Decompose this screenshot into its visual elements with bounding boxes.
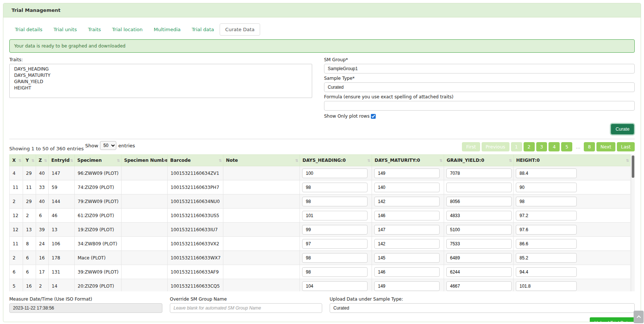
upload-button-row: Upload Trial Data [9,317,635,322]
trait-value-input[interactable] [516,239,577,249]
trait-value-input[interactable] [516,197,577,206]
formula-label: Formula (ensure you use exact spelling o… [324,94,635,99]
tab-curate-data[interactable]: Curate Data [220,23,260,36]
trait-value-input[interactable] [302,267,368,277]
trait-value-input[interactable] [374,267,440,277]
page-button-2[interactable]: 2 [524,142,535,151]
column-header-barcode[interactable]: Barcode⇅ [168,155,223,166]
column-header-height-0[interactable]: HEIGHT:0⇅ [514,155,631,166]
sm-group-input[interactable] [324,64,635,73]
trait-value-input[interactable] [446,168,512,178]
sm-group-label: SM Group* [324,57,635,62]
tab-trial-location[interactable]: Trial location [107,23,148,36]
sample-type-input[interactable] [324,82,635,92]
trait-value-input[interactable] [302,239,368,249]
trait-value-input[interactable] [302,225,368,235]
tab-multimedia[interactable]: Multimedia [148,23,186,36]
table-cell [444,279,514,292]
table-cell [514,279,631,292]
trait-value-input[interactable] [302,281,368,291]
trait-option-height[interactable]: HEIGHT [10,85,312,91]
table-cell: 10015321160633WX7 [168,251,223,265]
table-cell: 6 [36,209,49,223]
trait-value-input[interactable] [516,281,577,291]
trait-option-grain-yield[interactable]: GRAIN_YIELD [10,79,312,85]
trait-value-input[interactable] [374,197,440,206]
trait-value-input[interactable] [516,267,577,277]
page-button-3[interactable]: 3 [536,142,547,151]
measure-date-input[interactable] [9,303,162,313]
override-sm-group-input[interactable] [170,303,322,313]
upload-trial-data-button[interactable]: Upload Trial Data [590,317,635,322]
table-cell: 2 [10,251,23,265]
trait-value-input[interactable] [302,183,368,192]
column-header-y[interactable]: Y⇅ [23,155,36,166]
column-header-specimen-number[interactable]: Specimen Number⇅ [122,155,168,166]
tab-traits[interactable]: Traits [82,23,107,36]
table-scrollbar[interactable] [631,154,635,291]
table-cell: 10015321160633IU7 [168,223,223,237]
table-scrollbar-thumb[interactable] [632,156,634,178]
table-cell [122,251,168,265]
trait-value-input[interactable] [446,225,512,235]
table-cell [444,223,514,237]
upload-sample-type-input[interactable] [330,303,635,313]
tab-trial-details[interactable]: Trial details [9,23,48,36]
trait-value-input[interactable] [446,253,512,263]
trait-value-input[interactable] [516,225,577,235]
trait-value-input[interactable] [516,211,577,220]
table-cell: 40 [36,194,49,209]
trait-value-input[interactable] [516,183,577,192]
trait-value-input[interactable] [446,239,512,249]
column-header-entryid[interactable]: EntryId⇅ [49,155,75,166]
formula-input[interactable] [324,101,635,111]
traits-listbox[interactable]: DAYS_HEADINGDAYS_MATURITYGRAIN_YIELDHEIG… [9,64,312,98]
trait-value-input[interactable] [374,211,440,220]
column-header-specimen[interactable]: Specimen⇅ [75,155,122,166]
curate-button[interactable]: Curate [611,124,634,134]
trait-value-input[interactable] [446,267,512,277]
trait-value-input[interactable] [374,239,440,249]
trait-value-input[interactable] [516,168,577,178]
page-button-5[interactable]: 5 [561,142,572,151]
trait-value-input[interactable] [446,197,512,206]
trait-option-days-maturity[interactable]: DAYS_MATURITY [10,72,312,79]
scroll-to-top-button[interactable] [634,311,644,323]
tab-trial-data[interactable]: Trial data [186,23,220,36]
column-header-z[interactable]: Z⇅ [36,155,49,166]
trait-value-input[interactable] [446,211,512,220]
table-cell [372,265,444,279]
trait-value-input[interactable] [302,197,368,206]
trait-value-input[interactable] [302,211,368,220]
page-button-next[interactable]: Next [596,142,615,151]
trait-value-input[interactable] [374,183,440,192]
trait-option-days-heading[interactable]: DAYS_HEADING [10,66,312,72]
trait-value-input[interactable] [446,183,512,192]
trait-value-input[interactable] [374,281,440,291]
tab-trial-units[interactable]: Trial units [48,23,82,36]
page-button-8[interactable]: 8 [584,142,595,151]
trait-value-input[interactable] [374,168,440,178]
table-cell: 24 [36,237,49,251]
trait-value-input[interactable] [302,168,368,178]
trait-value-input[interactable] [374,253,440,263]
table-cell [514,180,631,194]
page-size-select[interactable]: 50 [100,141,116,150]
column-header-note[interactable]: Note⇅ [223,155,300,166]
column-header-days-heading-0[interactable]: DAYS_HEADING:0⇅ [300,155,372,166]
trait-value-input[interactable] [374,225,440,235]
trait-value-input[interactable] [302,253,368,263]
sort-icon: ⇅ [368,158,370,163]
show-only-plot-rows-checkbox[interactable] [371,114,376,119]
trait-value-input[interactable] [446,281,512,291]
trait-value-input[interactable] [516,253,577,263]
page-button-previous: Previous [482,142,509,151]
page-button-last[interactable]: Last [617,142,635,151]
column-header-days-maturity-0[interactable]: DAYS_MATURITY:0⇅ [372,155,444,166]
table-cell [300,166,372,180]
showing-entries-text: Showing 1 to 50 of 360 entries [9,146,84,151]
page-button-4[interactable]: 4 [548,142,560,151]
column-header-grain-yield-0[interactable]: GRAIN_YIELD:0⇅ [444,155,514,166]
table-cell [223,194,300,209]
column-header-x[interactable]: X⇅ [10,155,23,166]
